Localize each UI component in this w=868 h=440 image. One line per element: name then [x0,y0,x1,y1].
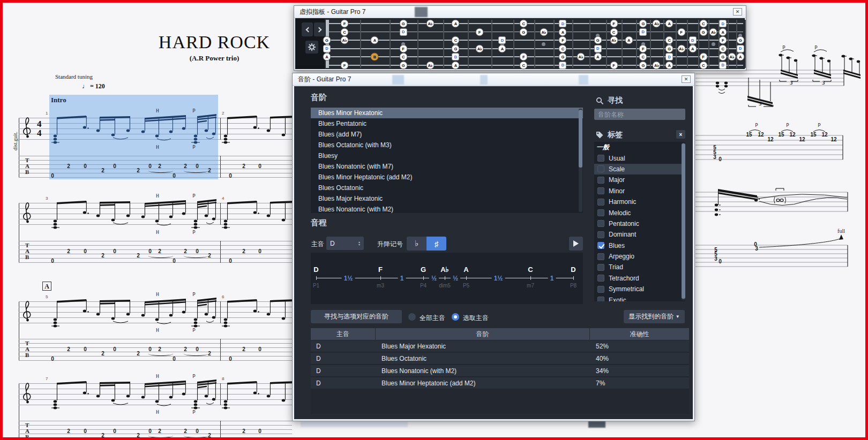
tag-item[interactable]: Harmonic [594,196,685,207]
fretboard-scale-note[interactable]: G [719,53,727,61]
play-scale-button[interactable] [569,237,583,251]
fretboard-scale-note[interactable]: F [520,53,528,61]
fretboard-scale-note[interactable]: F [719,36,727,44]
scale-list-item[interactable]: Blues Minor Hexatonic [311,108,583,118]
scale-list-item[interactable]: Blues Nonatonic (with M7) [311,161,583,172]
fretboard-scale-note[interactable]: A [452,61,460,69]
tag-checkbox[interactable] [597,187,604,194]
scale-list-item[interactable]: Blues Nonatonic (with M2) [311,204,583,213]
fretboard-scale-note[interactable]: F [341,61,349,69]
fretboard-scale-note[interactable]: A [665,20,674,28]
fretboard-root-note[interactable]: D [559,62,566,69]
fretboard-root-note[interactable]: D [400,28,407,36]
fretboard-scale-note[interactable]: A♭ [426,61,434,69]
fretboard-scale-note[interactable]: G [699,28,707,36]
fretboard-scale-note[interactable]: G [665,44,674,52]
tag-item[interactable]: Dominant [594,229,685,240]
fretboard-scale-note[interactable]: C [452,36,460,44]
fretboard-scale-note[interactable]: C [520,61,528,69]
sharp-button[interactable]: ♯ [426,237,446,251]
fretboard-scale-note[interactable]: A♭ [577,53,585,61]
tag-checkbox[interactable] [597,275,604,282]
fretboard-scale-note[interactable]: A [719,28,727,36]
fretboard-scale-note[interactable]: A [452,20,460,28]
tag-checkbox[interactable] [597,165,604,172]
fretboard-next-button[interactable] [314,22,325,36]
fretboard-scale-note[interactable]: C [719,44,727,52]
results-row[interactable]: DBlues Minor Heptatonic (add M2)7% [311,377,689,389]
fretboard-scale-note[interactable]: A [736,53,744,61]
scales-dialog-close-button[interactable]: ✕ [682,75,691,83]
scale-list-item[interactable]: Blues Pentatonic [311,118,583,129]
fretboard-scale-note[interactable]: A♭ [677,44,685,52]
selected-root-radio[interactable] [452,313,459,321]
fretboard-scale-note[interactable]: F [476,28,484,36]
tag-item[interactable]: Blues [594,240,685,251]
fretboard-scale-note[interactable]: A [625,36,633,44]
root-note-dropdown[interactable]: D ▴▾ [326,237,364,250]
results-row[interactable]: DBlues Major Hexatonic52% [311,340,689,352]
fretboard[interactable]: FGA♭ACDFGA♭ACDCDFGA♭ACDFGA♭AGA♭ACDFGA♭AC… [325,19,744,69]
scale-list-item[interactable]: Blues Major Hexatonic [311,193,583,204]
scrollbar-thumb[interactable] [682,143,685,299]
tag-checkbox[interactable] [597,177,604,184]
tag-checkbox[interactable] [597,253,604,260]
tag-item[interactable]: Triad [594,262,685,272]
tag-item[interactable]: Arpeggio [594,251,685,262]
fretboard-settings-button[interactable] [305,41,318,54]
tag-checkbox[interactable] [597,264,604,271]
fretboard-scale-note[interactable]: F [341,20,349,28]
fretboard-scale-note[interactable]: A [594,53,602,61]
fretboard-scale-note[interactable]: C [665,36,674,44]
scale-list-item[interactable]: Blues (add M7) [311,129,583,140]
fretboard-scale-note[interactable]: C [341,28,349,36]
tag-checkbox[interactable] [597,220,604,227]
fretboard-root-note[interactable]: D [665,53,673,60]
fretboard-scale-note[interactable]: F [677,28,685,36]
fretboard-prev-button[interactable] [302,22,313,36]
fretboard-scale-note[interactable]: G [399,20,407,28]
fretboard-scale-note[interactable]: A [323,53,331,61]
fretboard-scale-note[interactable]: A♭ [341,36,349,44]
fretboard-scale-note[interactable]: F [610,20,618,28]
scales-dialog-titlebar[interactable]: 音阶 - Guitar Pro 7 ✕ [293,73,694,86]
scale-list-item[interactable]: Blues Octatonic [311,183,583,193]
fretboard-close-button[interactable]: ✕ [733,8,742,16]
fretboard-root-note[interactable]: D [323,45,331,52]
fretboard-scale-note[interactable]: A♭ [653,61,661,69]
clear-tags-button[interactable]: × [676,130,685,139]
fretboard-scale-note[interactable]: C [610,28,618,36]
fretboard-scale-note[interactable]: G [452,44,460,52]
tag-item[interactable]: Pentatonic [594,218,685,229]
fretboard-scale-note[interactable]: A [689,44,697,52]
fretboard-scale-note[interactable]: A [665,61,674,69]
fretboard-scale-note[interactable]: F [610,61,618,69]
fretboard-scale-note[interactable]: C [399,53,407,61]
tag-checkbox[interactable] [597,231,604,238]
fretboard-root-note[interactable]: D [719,20,727,27]
fretboard-current-note[interactable]: B [371,53,379,61]
fretboard-scale-note[interactable]: A♭ [728,53,736,61]
fretboard-scale-note[interactable]: F [699,53,707,61]
tag-list-scrollbar[interactable] [682,143,685,300]
fretboard-scale-note[interactable]: G [323,36,331,44]
fretboard-scale-note[interactable]: G [639,20,647,28]
fretboard-scale-note[interactable]: C [699,20,707,28]
tag-item[interactable]: Minor [594,186,685,196]
scrollbar-thumb[interactable] [579,110,582,168]
scale-list-item[interactable]: Blues Minor Heptatonic (add M2) [311,172,583,183]
fretboard-scale-note[interactable]: G [736,36,744,44]
scale-list-scrollbar[interactable] [579,109,582,212]
fretboard-scale-note[interactable]: A♭ [476,44,484,52]
fretboard-root-note[interactable]: D [452,53,459,60]
fretboard-scale-note[interactable]: A [371,36,379,44]
fretboard-scale-note[interactable]: F [639,44,647,52]
fretboard-scale-note[interactable]: A♭ [426,20,434,28]
fretboard-scale-note[interactable]: C [639,53,647,61]
fretboard-scale-note[interactable]: A♭ [653,20,661,28]
fretboard-scale-note[interactable]: G [594,36,602,44]
tag-item[interactable]: Tetrachord [594,273,685,284]
fretboard-scale-note[interactable]: G [399,61,407,69]
tag-checkbox[interactable] [597,297,604,301]
fretboard-root-note[interactable]: D [594,45,602,52]
